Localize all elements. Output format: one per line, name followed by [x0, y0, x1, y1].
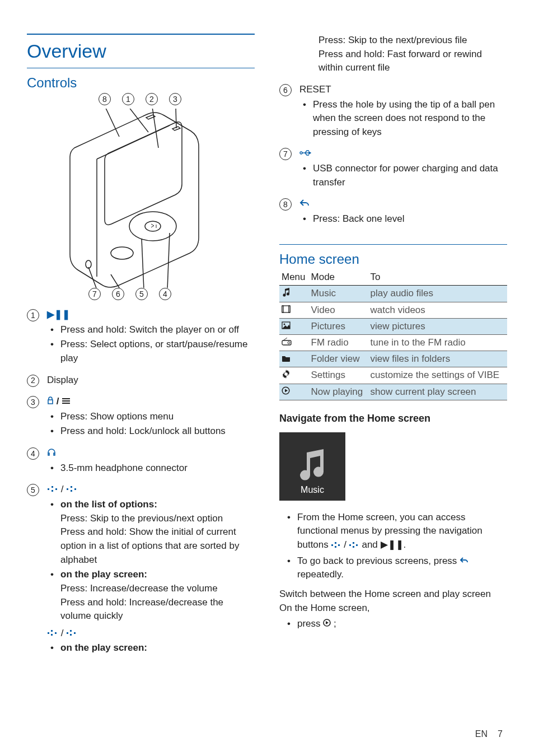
heading-overview: Overview — [27, 40, 255, 62]
svg-rect-22 — [51, 634, 53, 636]
svg-rect-42 — [338, 544, 340, 546]
diagram-callout-7: 7 — [88, 288, 101, 300]
back-icon — [299, 198, 310, 209]
play-pause-inline-icon: ▶❚❚ — [381, 539, 404, 550]
home-screen-table: Menu Mode To Musicplay audio filesVideow… — [279, 269, 507, 400]
control-item-5: 5 / — [27, 483, 255, 655]
lock-icon — [47, 396, 57, 407]
on-home-line: On the Home screen, — [279, 601, 507, 615]
svg-rect-26 — [70, 634, 72, 636]
usb-icon — [299, 148, 312, 158]
mode-cell: Music — [309, 285, 368, 302]
table-row: Musicplay audio files — [279, 285, 507, 302]
svg-rect-24 — [67, 632, 68, 634]
svg-rect-13 — [51, 486, 53, 488]
svg-point-34 — [284, 323, 285, 325]
diagram-callout-6: 6 — [112, 288, 124, 300]
control-item-2: 2 Display — [27, 374, 255, 388]
control-item-4: 4 3.5-mm headphone connector — [27, 446, 255, 475]
device-diagram: 8 1 2 3 — [27, 93, 255, 300]
nav-bullet-2: To go back to previous screens, press re… — [297, 554, 507, 582]
svg-rect-20 — [48, 632, 49, 634]
headphone-icon — [47, 447, 56, 458]
svg-rect-19 — [74, 488, 76, 490]
video-icon — [279, 302, 309, 318]
control-item-7: 7 USB connector for power charging and d… — [279, 147, 507, 189]
to-cell: watch videos — [368, 302, 507, 318]
switch-heading: Switch between the Home screen and play … — [279, 587, 507, 601]
diagram-callout-3: 3 — [169, 93, 181, 105]
diagram-callout-8: 8 — [99, 93, 111, 105]
diagram-callout-4: 4 — [159, 288, 171, 300]
dots-down-icon — [66, 484, 77, 494]
svg-line-5 — [129, 109, 148, 132]
svg-line-10 — [142, 239, 144, 288]
back-inline-icon — [460, 556, 469, 566]
to-cell: play audio files — [368, 285, 507, 302]
nav-bullet-1: From the Home screen, you can access fun… — [297, 511, 507, 552]
table-row: Picturesview pictures — [279, 318, 507, 334]
svg-rect-16 — [67, 488, 68, 490]
svg-line-9 — [111, 274, 120, 288]
svg-rect-21 — [51, 630, 53, 632]
control-item-1: 1 ▶❚❚ Press and hold: Switch the player … — [27, 308, 255, 366]
svg-rect-17 — [71, 486, 72, 488]
dots-up-icon — [47, 484, 61, 494]
svg-rect-45 — [353, 546, 354, 548]
table-row: Videowatch videos — [279, 302, 507, 318]
mode-cell: Pictures — [309, 318, 368, 334]
table-row: Folder viewview files in folders — [279, 351, 507, 367]
diagram-callout-1: 1 — [122, 93, 134, 105]
play-pause-icon: ▶❚❚ — [47, 309, 70, 320]
control-item-6: 6 RESET Press the hole by using the tip … — [279, 83, 507, 139]
music-tile: Music — [279, 432, 345, 501]
music-note-icon — [296, 449, 329, 480]
svg-rect-46 — [356, 544, 358, 546]
svg-line-6 — [152, 109, 158, 148]
heading-home-screen: Home screen — [279, 251, 507, 267]
control-item-3: 3 / Press: Show options menu Press and — [27, 395, 255, 438]
svg-rect-41 — [335, 546, 336, 548]
svg-point-3 — [86, 260, 91, 268]
table-row: Settingscustomize the settings of VIBE — [279, 367, 507, 384]
svg-rect-15 — [55, 488, 57, 490]
svg-rect-40 — [335, 542, 336, 544]
svg-rect-39 — [331, 544, 333, 546]
col2-line-2: Press and hold: Fast forward or rewind w… — [318, 48, 507, 75]
col2-line-1: Press: Skip to the next/previous file — [318, 34, 507, 48]
control-item-8: 8 Press: Back one level — [279, 197, 507, 226]
svg-point-2 — [111, 247, 133, 259]
svg-rect-12 — [48, 488, 49, 490]
heading-navigate: Navigate from the Home screen — [279, 413, 507, 424]
to-cell: view files in folders — [368, 351, 507, 367]
device-outline-svg — [58, 109, 214, 288]
dots-left-icon — [47, 628, 61, 638]
dots-up-inline-icon — [331, 539, 344, 550]
svg-rect-18 — [71, 490, 72, 492]
mode-cell: FM radio — [309, 334, 368, 351]
now-playing-inline-icon — [323, 618, 334, 629]
folder-icon — [279, 351, 309, 367]
mode-cell: Now playing — [309, 384, 368, 400]
gear-icon — [279, 367, 309, 384]
picture-icon — [279, 318, 309, 334]
diagram-callout-5: 5 — [135, 288, 148, 300]
to-cell: view pictures — [368, 318, 507, 334]
mode-cell: Settings — [309, 367, 368, 384]
svg-rect-31 — [282, 306, 284, 312]
dots-down-inline-icon — [349, 539, 362, 550]
radio-icon — [279, 334, 309, 351]
menu-icon — [62, 396, 71, 407]
mode-cell: Folder view — [309, 351, 368, 367]
svg-rect-27 — [74, 632, 76, 634]
svg-point-28 — [300, 152, 302, 154]
music-icon — [279, 285, 309, 302]
svg-rect-25 — [70, 630, 72, 632]
page-footer: EN7 — [475, 729, 503, 739]
svg-rect-23 — [55, 632, 57, 634]
press-now-playing: press ; — [297, 617, 507, 631]
svg-rect-43 — [349, 544, 351, 546]
table-row: Now playingshow current play screen — [279, 384, 507, 400]
to-cell: show current play screen — [368, 384, 507, 400]
mode-cell: Video — [309, 302, 368, 318]
